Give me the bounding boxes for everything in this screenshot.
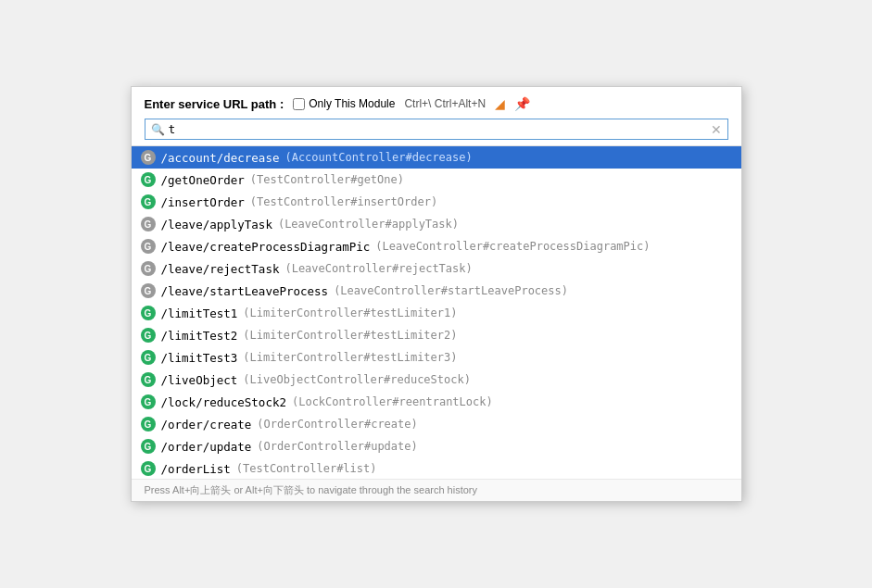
method-path: /limitTest1: [161, 307, 238, 320]
method-detail: (LiveObjectController#reduceStock): [243, 373, 471, 386]
method-path: /leave/createProcessDiagramPic: [161, 240, 371, 254]
list-item[interactable]: G/leave/startLeaveProcess(LeaveControlle…: [132, 280, 741, 302]
method-path: /getOneOrder: [161, 173, 245, 187]
list-item[interactable]: G/limitTest2(LimiterController#testLimit…: [132, 324, 741, 346]
method-badge: G: [141, 261, 156, 276]
method-detail: (LimiterController#testLimiter1): [243, 307, 457, 319]
shortcut-text: Ctrl+\ Ctrl+Alt+N: [404, 97, 486, 110]
method-badge: G: [141, 394, 156, 409]
list-item[interactable]: G/leave/createProcessDiagramPic(LeaveCon…: [132, 235, 741, 257]
method-detail: (LeaveController#rejectTask): [284, 262, 472, 275]
method-badge: G: [141, 350, 156, 365]
search-icon: 🔍: [151, 123, 165, 136]
method-path: /leave/rejectTask: [161, 262, 280, 276]
list-item[interactable]: G/lock/reduceStock2(LockController#reent…: [132, 391, 741, 413]
checkbox-label: Only This Module: [309, 97, 395, 110]
method-badge: G: [141, 172, 156, 187]
method-detail: (LimiterController#testLimiter2): [243, 329, 457, 342]
method-path: /account/decrease: [161, 151, 280, 165]
list-item[interactable]: G/leave/applyTask(LeaveController#applyT…: [132, 213, 741, 235]
service-url-dialog: Enter service URL path : Only This Modul…: [131, 86, 742, 502]
method-path: /orderList: [161, 462, 231, 476]
method-detail: (LimiterController#testLimiter3): [243, 351, 457, 364]
search-wrapper: 🔍 ✕: [145, 119, 728, 140]
list-item[interactable]: G/limitTest3(LimiterController#testLimit…: [132, 346, 741, 369]
clear-icon[interactable]: ✕: [711, 123, 722, 136]
method-badge: G: [141, 328, 156, 343]
list-item[interactable]: G/account/decrease(AccountController#dec…: [132, 146, 741, 169]
method-path: /order/update: [161, 440, 252, 454]
method-path: /leave/applyTask: [161, 218, 272, 231]
method-path: /insertOrder: [161, 195, 245, 209]
list-item[interactable]: G/liveObject(LiveObjectController#reduce…: [132, 369, 741, 391]
search-input[interactable]: [169, 122, 711, 136]
method-detail: (OrderController#update): [257, 440, 417, 453]
status-text: Press Alt+向上箭头 or Alt+向下箭头 to navigate t…: [145, 484, 478, 495]
method-path: /order/create: [161, 418, 252, 432]
method-path: /leave/startLeaveProcess: [161, 284, 329, 298]
search-row: 🔍 ✕: [132, 119, 741, 145]
list-item[interactable]: G/order/create(OrderController#create): [132, 413, 741, 435]
module-checkbox-wrapper[interactable]: Only This Module: [293, 97, 395, 110]
list-item[interactable]: G/limitTest1(LimiterController#testLimit…: [132, 302, 741, 324]
list-item[interactable]: G/orderList(TestController#list): [132, 457, 741, 479]
method-detail: (OrderController#create): [257, 418, 417, 431]
method-badge: G: [141, 306, 156, 320]
method-path: /limitTest2: [161, 329, 238, 343]
method-detail: (TestController#insertOrder): [250, 195, 437, 208]
method-badge: G: [141, 239, 156, 254]
results-list: G/account/decrease(AccountController#dec…: [132, 145, 741, 479]
only-this-module-checkbox[interactable]: [293, 98, 305, 110]
header-label: Enter service URL path :: [145, 97, 284, 111]
method-detail: (AccountController#decrease): [284, 151, 472, 164]
pin-icon[interactable]: 📌: [514, 96, 530, 111]
method-badge: G: [141, 417, 156, 432]
method-badge: G: [141, 283, 156, 298]
method-badge: G: [141, 217, 156, 231]
method-detail: (LeaveController#startLeaveProcess): [334, 284, 568, 297]
method-detail: (TestController#list): [236, 462, 377, 475]
method-path: /limitTest3: [161, 351, 238, 365]
list-item[interactable]: G/leave/rejectTask(LeaveController#rejec…: [132, 257, 741, 280]
status-bar: Press Alt+向上箭头 or Alt+向下箭头 to navigate t…: [132, 479, 741, 501]
list-item[interactable]: G/getOneOrder(TestController#getOne): [132, 169, 741, 191]
method-badge: G: [141, 439, 156, 454]
method-detail: (TestController#getOne): [250, 173, 404, 186]
list-item[interactable]: G/order/update(OrderController#update): [132, 435, 741, 457]
method-detail: (LeaveController#applyTask): [278, 218, 459, 231]
method-path: /liveObject: [161, 373, 238, 387]
list-item[interactable]: G/insertOrder(TestController#insertOrder…: [132, 191, 741, 213]
method-path: /lock/reduceStock2: [161, 395, 286, 409]
method-detail: (LeaveController#createProcessDiagramPic…: [375, 240, 650, 253]
method-badge: G: [141, 194, 156, 209]
method-badge: G: [141, 150, 156, 165]
method-badge: G: [141, 372, 156, 387]
method-detail: (LockController#reentrantLock): [292, 395, 493, 408]
dialog-header: Enter service URL path : Only This Modul…: [132, 87, 741, 119]
filter-icon[interactable]: ◢: [495, 96, 505, 111]
method-badge: G: [141, 461, 156, 476]
